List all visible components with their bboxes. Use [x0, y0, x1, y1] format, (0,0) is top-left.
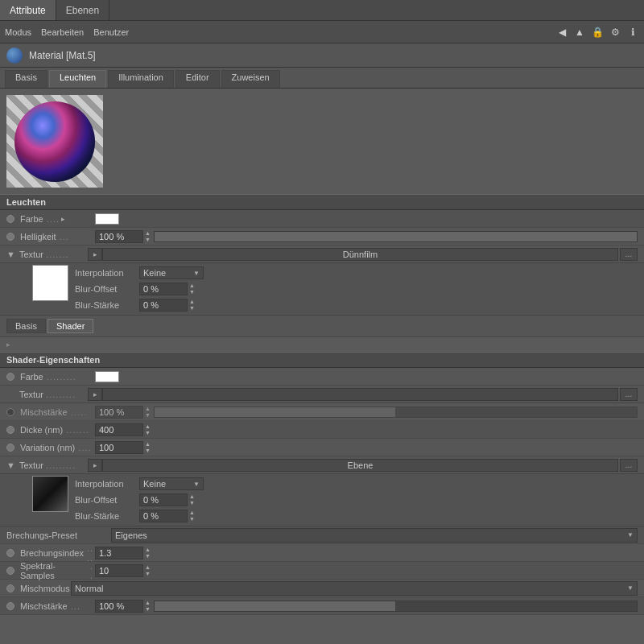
textur-more-btn[interactable]: ... [620, 248, 638, 261]
mischmodus-dropdown-arrow: ▼ [627, 584, 634, 592]
dicke-value[interactable]: 400 [95, 423, 143, 436]
preview-area [0, 89, 644, 194]
farbe-radio[interactable] [6, 215, 14, 223]
dicke-spinner[interactable]: ▲▼ [145, 423, 151, 436]
leuchten-section-header: Leuchten [0, 194, 644, 210]
leuchten-helligkeit-label: Helligkeit . . . [6, 232, 95, 242]
tab-ebenen[interactable]: Ebenen [56, 0, 109, 20]
shader-textur2-more[interactable]: ... [620, 459, 638, 472]
shader-textur-more[interactable]: ... [620, 388, 638, 401]
tab-zuweisen[interactable]: Zuweisen [221, 70, 280, 88]
mischstärke-bottom-row: Mischstärke . . . 100 % ▲▼ [0, 597, 644, 615]
mischstärke2-radio[interactable] [6, 602, 14, 610]
spektral-label: Spektral-Samples . . [6, 561, 95, 580]
interp-dropdown[interactable]: Keine ▼ [139, 266, 204, 279]
preview-canvas [6, 95, 103, 188]
settings-icon[interactable]: ⚙ [609, 26, 621, 39]
mischstärke-value[interactable]: 100 % [95, 406, 143, 419]
variation-radio[interactable] [6, 444, 14, 452]
shader-blur-stärke-label: Blur-Stärke [75, 511, 139, 521]
arrow-left-icon[interactable]: ◀ [555, 26, 568, 39]
shader-textur-btn[interactable]: ▸ [88, 388, 102, 401]
shader-farbe-radio[interactable] [6, 373, 14, 381]
blur-stärke-spinner[interactable]: ▲▼ [189, 299, 195, 312]
blur-offset-label: Blur-Offset [75, 284, 139, 294]
spektral-radio[interactable] [6, 567, 14, 575]
mischstärke2-value[interactable]: 100 % [95, 600, 143, 613]
spektral-value[interactable]: 10 [95, 564, 143, 577]
leuchten-farbe-row: Farbe . . . . ▸ [0, 210, 644, 228]
blur-offset-value[interactable]: 0 % [139, 283, 188, 295]
farbe-arrow[interactable]: ▸ [61, 215, 65, 223]
info-icon[interactable]: ℹ [626, 26, 639, 39]
person-icon[interactable]: ▲ [573, 26, 586, 39]
helligkeit-slider[interactable] [154, 231, 638, 242]
mischstärke-spinner[interactable]: ▲▼ [145, 406, 151, 419]
blur-offset-spinner[interactable]: ▲▼ [189, 283, 195, 295]
toolbar-modus[interactable]: Modus [5, 27, 31, 37]
textur-collapse-arrow[interactable]: ▼ [6, 250, 16, 259]
shader-tex-preview [32, 476, 68, 512]
shader-mischstärke-row: Mischstärke . . . . . 100 % ▲▼ [0, 403, 644, 421]
leuchten-textur-row: ▼ Textur . . . . . . . ▸ Dünnfilm ... [0, 246, 644, 263]
textur-label: Textur . . . . . . . [19, 250, 88, 259]
mischstärke2-slider[interactable] [154, 601, 638, 612]
shader-blur-offset-spinner[interactable]: ▲▼ [189, 493, 195, 506]
leuchten-textur-sub: Interpolation Keine ▼ Blur-Offset 0 % ▲▼… [0, 263, 644, 316]
leuchten-farbe-swatch[interactable] [95, 213, 119, 225]
spinner-down[interactable]: ▼ [145, 237, 151, 243]
textur-type-btn[interactable]: ▸ [88, 248, 102, 261]
shader-farbe-label: Farbe . . . . . . . . . [6, 372, 95, 382]
brechungs-preset-row: Brechungs-Preset Eigenes ▼ [0, 526, 644, 544]
mischmodus-radio[interactable] [6, 584, 14, 592]
blur-stärke-value[interactable]: 0 % [139, 299, 188, 312]
tab-illumination[interactable]: Illumination [108, 70, 174, 88]
brechungsindex-radio[interactable] [6, 549, 14, 557]
shader-btn[interactable]: Shader [47, 319, 93, 333]
mischmodus-dropdown[interactable]: Normal ▼ [71, 581, 638, 596]
brechungs-dropdown-arrow: ▼ [627, 531, 634, 539]
lock-icon[interactable]: 🔒 [591, 26, 604, 39]
shader-blur-offset-row: Blur-Offset 0 % ▲▼ [75, 492, 638, 508]
mischstärke-slider[interactable] [154, 407, 638, 418]
variation-value[interactable]: 100 [95, 441, 143, 454]
helligkeit-spinner[interactable]: ▲ ▼ [145, 230, 151, 243]
shader-variation-label: Variation (nm) . . . . [6, 443, 95, 452]
textur-name-field[interactable]: Dünnfilm [102, 248, 618, 261]
mischstärke2-spinner[interactable]: ▲▼ [145, 600, 151, 613]
shader-blur-offset-value[interactable]: 0 % [139, 493, 188, 506]
variation-spinner[interactable]: ▲▼ [145, 441, 151, 454]
shader-textur2-name[interactable]: Ebene [102, 459, 618, 472]
toolbar-bearbeiten[interactable]: Bearbeiten [41, 27, 84, 37]
shader-collapse[interactable]: ▸ [0, 337, 644, 352]
brechungsindex-spinner[interactable]: ▲▼ [145, 547, 151, 559]
helligkeit-value[interactable]: 100 % [95, 230, 143, 243]
shader-farbe-swatch[interactable] [95, 371, 119, 382]
mischstärke-radio[interactable] [6, 408, 14, 416]
shader-textur2-row: ▼ Textur . . . . . . . . . ▸ Ebene ... [0, 456, 644, 474]
spektral-spinner[interactable]: ▲▼ [145, 564, 151, 577]
brechungsindex-value[interactable]: 1.3 [95, 547, 143, 559]
shader-interp-label: Interpolation [75, 479, 139, 489]
textur2-collapse[interactable]: ▼ [6, 460, 16, 470]
brechungs-preset-label: Brechungs-Preset [6, 530, 111, 540]
tab-editor[interactable]: Editor [175, 70, 220, 88]
shader-interp-dropdown[interactable]: Keine ▼ [139, 477, 204, 490]
tab-basis[interactable]: Basis [5, 70, 47, 88]
shader-textur2-btn[interactable]: ▸ [88, 459, 102, 472]
helligkeit-radio[interactable] [6, 233, 14, 241]
shader-textur-name[interactable] [102, 388, 618, 401]
toolbar-benutzer[interactable]: Benutzer [93, 27, 129, 37]
tab-leuchten[interactable]: Leuchten [49, 70, 106, 88]
toolbar: Modus Bearbeiten Benutzer ◀ ▲ 🔒 ⚙ ℹ [0, 21, 644, 43]
shader-blur-stärke-spinner[interactable]: ▲▼ [189, 510, 195, 522]
brechungs-preset-dropdown[interactable]: Eigenes ▼ [111, 528, 638, 543]
basis-shader-toggle: Basis Shader [0, 316, 644, 337]
dicke-radio[interactable] [6, 426, 14, 434]
top-tab-bar: Attribute Ebenen [0, 0, 644, 21]
sub-tab-bar: Basis Leuchten Illumination Editor Zuwei… [0, 68, 644, 89]
basis-btn[interactable]: Basis [6, 319, 46, 333]
tab-attribute[interactable]: Attribute [0, 0, 56, 20]
spinner-up[interactable]: ▲ [145, 230, 151, 237]
shader-blur-stärke-value[interactable]: 0 % [139, 510, 188, 522]
